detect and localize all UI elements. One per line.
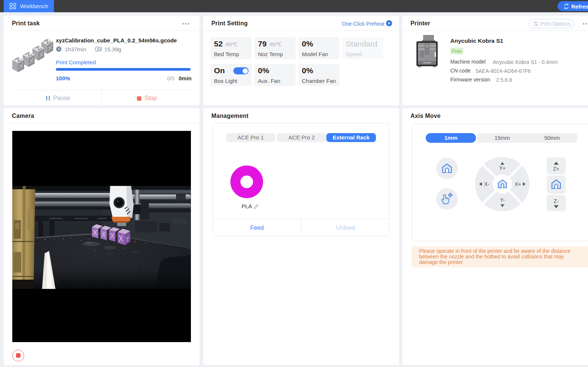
svg-text:Y+: Y+ <box>499 165 506 171</box>
svg-text:X-: X- <box>484 181 489 187</box>
svg-text:Y-: Y- <box>500 197 505 203</box>
svg-text:X+: X+ <box>515 181 521 187</box>
